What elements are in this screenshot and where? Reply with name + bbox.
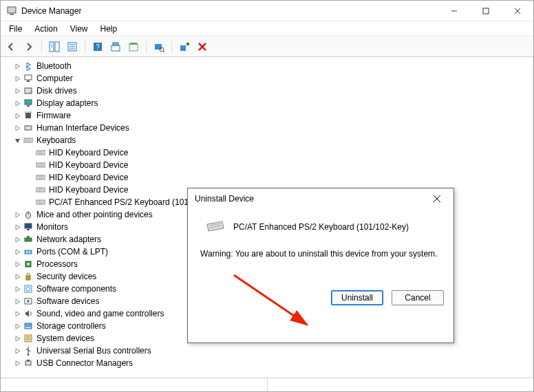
- svg-point-77: [28, 354, 30, 356]
- hid-icon: [23, 122, 34, 133]
- chevron-right-icon[interactable]: [13, 260, 21, 268]
- keyboard-icon: [206, 220, 225, 234]
- toolbar-remove[interactable]: [195, 39, 210, 54]
- svg-point-64: [29, 252, 30, 253]
- tree-item-label: Software components: [36, 284, 116, 294]
- tree-item[interactable]: HID Keyboard Device: [24, 146, 531, 159]
- mouse-icon: [23, 209, 34, 220]
- chevron-down-icon[interactable]: [13, 136, 21, 144]
- tree-item[interactable]: USB Connector Managers: [12, 357, 531, 369]
- tree-item[interactable]: HID Keyboard Device: [24, 159, 531, 171]
- chevron-right-icon[interactable]: [13, 309, 21, 318]
- tree-item[interactable]: HID Keyboard Device: [24, 171, 531, 184]
- titlebar: Device Manager: [1, 1, 533, 21]
- menu-help[interactable]: Help: [95, 23, 123, 35]
- chevron-right-icon[interactable]: [13, 359, 21, 367]
- tree-item-label: Display adapters: [36, 98, 98, 108]
- svg-rect-50: [36, 188, 45, 192]
- svg-rect-16: [111, 45, 120, 51]
- tree-item[interactable]: Keyboards: [12, 134, 531, 146]
- chevron-right-icon[interactable]: [13, 235, 21, 243]
- sound-icon: [23, 308, 34, 319]
- chevron-right-icon[interactable]: [13, 347, 21, 355]
- tree-item[interactable]: Universal Serial Bus controllers: [12, 345, 531, 357]
- dialog-close-button[interactable]: [427, 189, 447, 208]
- port-icon: [23, 246, 34, 257]
- svg-point-63: [26, 252, 28, 253]
- cancel-button[interactable]: Cancel: [392, 290, 444, 305]
- chevron-right-icon[interactable]: [25, 173, 34, 182]
- chevron-right-icon[interactable]: [13, 62, 21, 70]
- tree-item-label: Universal Serial Bus controllers: [36, 346, 151, 356]
- chevron-right-icon[interactable]: [13, 322, 21, 330]
- chevron-right-icon[interactable]: [13, 124, 21, 132]
- chevron-right-icon[interactable]: [25, 186, 34, 194]
- svg-rect-79: [27, 360, 30, 361]
- security-icon: [23, 271, 34, 282]
- tree-item-label: USB Connector Managers: [36, 358, 133, 368]
- toolbar-update-driver[interactable]: [108, 39, 123, 54]
- toolbar-show-hide-tree[interactable]: [47, 39, 62, 54]
- bluetooth-icon: [23, 61, 34, 72]
- toolbar-back[interactable]: [3, 39, 19, 54]
- svg-rect-61: [27, 236, 30, 238]
- svg-rect-27: [27, 80, 30, 82]
- chevron-right-icon[interactable]: [13, 210, 21, 219]
- menu-action[interactable]: Action: [29, 23, 63, 35]
- chevron-right-icon[interactable]: [13, 223, 21, 231]
- menu-file[interactable]: File: [3, 23, 28, 35]
- uninstall-button[interactable]: Uninstall: [331, 290, 383, 305]
- svg-rect-60: [25, 238, 32, 241]
- keyboard-icon: [35, 184, 46, 195]
- dialog-title: Uninstall Device: [195, 194, 427, 204]
- tree-item[interactable]: Bluetooth: [12, 60, 531, 72]
- tree-item[interactable]: Computer: [12, 72, 531, 85]
- svg-rect-38: [24, 138, 32, 142]
- svg-rect-44: [36, 163, 45, 167]
- tree-item-label: HID Keyboard Device: [49, 148, 128, 157]
- svg-rect-59: [27, 229, 30, 230]
- chevron-right-icon[interactable]: [13, 297, 21, 305]
- toolbar-uninstall[interactable]: [126, 39, 141, 54]
- toolbar-scan-hardware[interactable]: [151, 39, 167, 54]
- svg-rect-74: [25, 335, 32, 342]
- chevron-right-icon[interactable]: [25, 198, 34, 206]
- maximize-button[interactable]: [470, 1, 502, 21]
- close-button[interactable]: [502, 1, 533, 21]
- dialog-device-name: PC/AT Enhanced PS/2 Keyboard (101/102-Ke…: [233, 222, 409, 232]
- chevron-right-icon[interactable]: [13, 248, 21, 256]
- toolbar-help[interactable]: ?: [90, 39, 105, 54]
- tree-item-label: Keyboards: [36, 135, 76, 145]
- chevron-right-icon[interactable]: [13, 87, 21, 95]
- menu-view[interactable]: View: [65, 23, 94, 35]
- chevron-right-icon[interactable]: [13, 74, 21, 83]
- tree-item[interactable]: Disk drives: [12, 85, 531, 97]
- svg-rect-3: [483, 8, 489, 14]
- chevron-right-icon[interactable]: [13, 111, 21, 120]
- tree-item-label: Mice and other pointing devices: [36, 210, 153, 219]
- toolbar-forward[interactable]: [21, 39, 36, 54]
- svg-rect-58: [25, 224, 32, 228]
- svg-rect-67: [26, 276, 30, 280]
- chevron-right-icon[interactable]: [13, 285, 21, 293]
- keyboard-icon: [23, 135, 34, 146]
- chevron-right-icon[interactable]: [13, 99, 21, 107]
- tree-item[interactable]: Firmware: [12, 109, 531, 122]
- toolbar-add-legacy[interactable]: [177, 39, 192, 54]
- chevron-right-icon[interactable]: [25, 161, 34, 169]
- tree-item-label: System devices: [36, 334, 94, 343]
- tree-item-label: Bluetooth: [36, 61, 72, 71]
- toolbar-properties[interactable]: [65, 39, 80, 54]
- minimize-button[interactable]: [438, 1, 470, 21]
- chevron-right-icon[interactable]: [25, 149, 34, 157]
- svg-rect-7: [55, 42, 59, 52]
- tree-item-label: Firmware: [36, 111, 71, 120]
- tree-item[interactable]: Display adapters: [12, 97, 531, 109]
- tree-item[interactable]: Human Interface Devices: [12, 122, 531, 134]
- toolbar: ?: [1, 36, 533, 57]
- tree-item-label: HID Keyboard Device: [49, 160, 128, 170]
- tree-item-label: HID Keyboard Device: [49, 185, 128, 195]
- chevron-right-icon[interactable]: [13, 272, 21, 281]
- svg-rect-31: [27, 105, 30, 107]
- chevron-right-icon[interactable]: [13, 334, 21, 342]
